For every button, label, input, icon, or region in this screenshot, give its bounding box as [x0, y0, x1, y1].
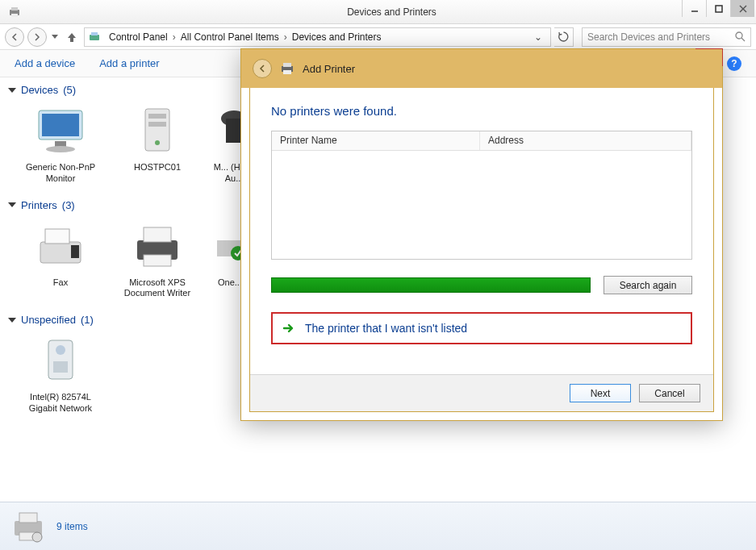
collapse-icon — [8, 88, 16, 93]
network-adapter-icon — [32, 332, 89, 389]
forward-button[interactable] — [27, 27, 47, 47]
location-icon — [88, 31, 101, 44]
chevron-right-icon: › — [171, 31, 178, 43]
printer-not-listed-link[interactable]: The printer that I want isn't listed — [271, 312, 692, 344]
breadcrumb-dropdown[interactable]: ⌄ — [529, 31, 547, 43]
svg-point-14 — [46, 146, 75, 152]
cancel-button[interactable]: Cancel — [639, 384, 700, 402]
add-device-link[interactable]: Add a device — [15, 57, 75, 69]
svg-rect-23 — [71, 245, 79, 258]
search-again-button[interactable]: Search again — [604, 276, 692, 294]
svg-rect-4 — [716, 6, 722, 12]
device-label: Generic Non-PnP Monitor — [16, 162, 105, 185]
arrow-right-icon — [282, 322, 295, 335]
unspecified-item[interactable]: Intel(R) 82574L Gigabit Network — [16, 332, 105, 415]
column-address[interactable]: Address — [480, 131, 691, 150]
window-titlebar: Devices and Printers — [0, 0, 756, 24]
minimize-button[interactable] — [682, 0, 706, 17]
svg-rect-22 — [45, 229, 69, 244]
printer-label: Microsoft XPS Document Writer — [113, 277, 202, 300]
breadcrumb[interactable]: Control Panel› All Control Panel Items› … — [84, 27, 551, 47]
svg-rect-12 — [42, 114, 79, 136]
svg-point-35 — [32, 532, 42, 542]
breadcrumb-item[interactable]: Control Panel — [106, 31, 171, 43]
section-count: (1) — [81, 314, 94, 326]
printer-item[interactable]: Fax — [16, 218, 105, 300]
add-printer-dialog: Add Printer No printers were found. Prin… — [240, 48, 723, 421]
collapse-icon — [8, 318, 16, 323]
printer-table: Printer Name Address — [271, 131, 692, 260]
svg-rect-26 — [144, 255, 171, 266]
svg-rect-31 — [53, 361, 68, 373]
printer-icon — [129, 218, 186, 274]
section-label: Unspecified — [21, 314, 76, 326]
section-label: Printers — [21, 199, 57, 211]
search-placeholder: Search Devices and Printers — [587, 31, 710, 43]
svg-rect-20 — [226, 119, 242, 143]
search-icon — [735, 31, 746, 42]
svg-rect-2 — [11, 14, 18, 17]
window-title: Devices and Printers — [27, 6, 756, 18]
printer-icon — [280, 62, 294, 75]
search-input[interactable]: Search Devices and Printers — [582, 27, 751, 47]
dialog-body: No printers were found. Printer Name Add… — [249, 88, 714, 412]
status-bar: 9 items — [0, 502, 756, 550]
printer-label: Fax — [16, 277, 105, 289]
breadcrumb-item[interactable]: Devices and Printers — [289, 31, 385, 43]
help-icon[interactable]: ? — [727, 56, 741, 71]
dialog-footer: Next Cancel — [250, 374, 713, 411]
svg-point-18 — [155, 140, 160, 145]
refresh-button[interactable] — [554, 27, 574, 47]
collapse-icon — [8, 202, 16, 207]
svg-rect-1 — [11, 7, 18, 10]
svg-point-30 — [56, 345, 65, 355]
printer-item[interactable]: Microsoft XPS Document Writer — [113, 218, 202, 300]
svg-point-9 — [736, 32, 742, 39]
dialog-message: No printers were found. — [271, 104, 692, 118]
close-button[interactable] — [730, 0, 754, 17]
status-text: 9 items — [56, 521, 88, 532]
column-printer-name[interactable]: Printer Name — [272, 131, 480, 150]
svg-rect-7 — [90, 35, 99, 40]
breadcrumb-item[interactable]: All Control Panel Items — [178, 31, 282, 43]
unspecified-label: Intel(R) 82574L Gigabit Network — [16, 392, 105, 415]
svg-rect-25 — [144, 227, 171, 242]
add-printer-link[interactable]: Add a printer — [99, 57, 159, 69]
printer-app-icon — [8, 6, 21, 19]
not-listed-text: The printer that I want isn't listed — [305, 322, 467, 335]
section-label: Devices — [21, 84, 58, 96]
next-button[interactable]: Next — [570, 384, 631, 402]
computer-icon — [129, 102, 186, 159]
search-progress-bar — [271, 277, 591, 293]
device-item[interactable]: Generic Non-PnP Monitor — [16, 102, 105, 185]
section-count: (3) — [62, 199, 75, 211]
svg-rect-16 — [148, 114, 166, 119]
svg-rect-8 — [91, 32, 98, 35]
svg-line-10 — [741, 38, 745, 41]
chevron-right-icon: › — [282, 31, 289, 43]
svg-rect-40 — [283, 70, 291, 74]
dialog-titlebar: Add Printer — [241, 49, 722, 88]
up-button[interactable] — [63, 28, 81, 46]
monitor-icon — [32, 102, 89, 159]
history-dropdown[interactable] — [50, 35, 60, 40]
section-count: (5) — [63, 84, 76, 96]
svg-rect-33 — [19, 513, 37, 523]
fax-icon — [32, 218, 89, 274]
svg-rect-39 — [283, 63, 291, 67]
dialog-back-button[interactable] — [253, 59, 272, 78]
dialog-title: Add Printer — [303, 63, 355, 75]
address-bar: Control Panel› All Control Panel Items› … — [0, 24, 756, 50]
table-header: Printer Name Address — [272, 131, 691, 151]
back-button[interactable] — [5, 27, 24, 47]
svg-rect-17 — [148, 122, 166, 127]
device-label: HOSTPC01 — [113, 162, 202, 173]
device-item[interactable]: HOSTPC01 — [113, 102, 202, 185]
maximize-button[interactable] — [706, 0, 730, 17]
status-printer-icon — [11, 510, 45, 544]
